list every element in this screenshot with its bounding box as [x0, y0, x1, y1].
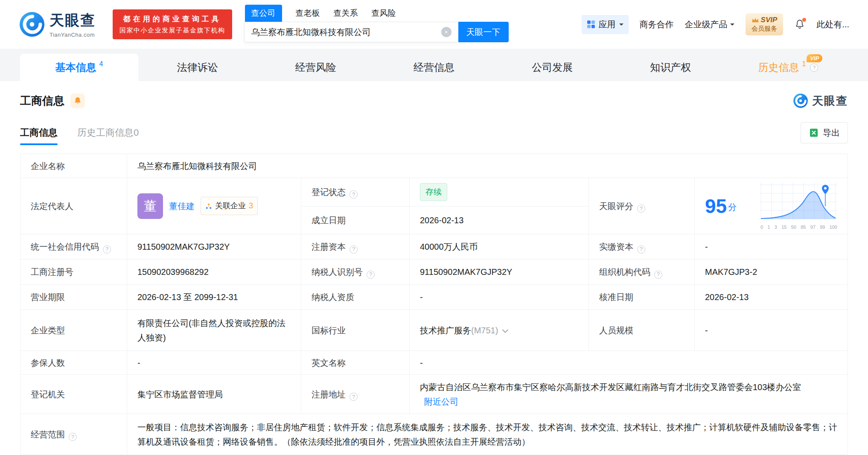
promo-badge: 都在用的商业查询工具 国家中小企业发展子基金旗下机构: [113, 9, 232, 39]
tab-label: 经营风险: [295, 61, 336, 74]
tab-history-extras: VIP ?: [809, 63, 819, 72]
help-icon[interactable]: ?: [350, 245, 358, 254]
export-button[interactable]: 导出: [801, 122, 848, 143]
label-reg-capital: 注册资本?: [301, 234, 410, 260]
page: 天眼查 TianYanCha.com 都在用的商业查询工具 国家中小企业发展子基…: [0, 0, 868, 455]
value-paid-capital: -: [695, 234, 848, 260]
tab-intellectual-property[interactable]: 知识产权: [612, 54, 730, 81]
logo-text: 天眼查 TianYanCha.com: [50, 11, 96, 38]
help-icon[interactable]: ?: [350, 393, 358, 401]
value-business-scope: 一般项目：信息技术咨询服务；非居住房地产租赁；软件开发；信息系统集成服务；技术服…: [127, 414, 848, 455]
subtab-business-registration[interactable]: 工商信息: [20, 126, 58, 145]
score-block[interactable]: 95 分: [705, 182, 837, 230]
value-staff-size: -: [695, 310, 848, 351]
search-tab-boss[interactable]: 查老板: [296, 8, 320, 22]
subscribe-bell-icon[interactable]: [70, 93, 85, 108]
section-title: 工商信息: [20, 93, 64, 108]
industry-code: (M751): [471, 326, 498, 335]
vip-tag: VIP: [807, 54, 822, 62]
chevron-down-icon: [619, 23, 623, 28]
help-icon[interactable]: ?: [654, 271, 662, 279]
search-input[interactable]: [244, 22, 458, 42]
tab-history-info[interactable]: 历史信息 1 VIP ?: [730, 54, 848, 81]
subtab-history-registration[interactable]: 历史工商信息0: [77, 126, 139, 145]
promo-line1: 都在用的商业查询工具: [119, 14, 225, 25]
value-reg-capital: 40000万人民币: [410, 234, 589, 260]
network-icon: [205, 203, 212, 210]
legal-rep-link[interactable]: 董佳建: [169, 199, 195, 213]
tab-label: 知识产权: [650, 61, 691, 74]
tab-legal[interactable]: 法律诉讼: [138, 54, 256, 81]
main-nav: 基本信息 4 法律诉讼 经营风险 经营信息 公司发展 知识产权 历史信息 1: [20, 54, 848, 81]
value-reg-number: 150902039968292: [127, 260, 301, 285]
nav-strip: 基本信息 4 法律诉讼 经营风险 经营信息 公司发展 知识产权 历史信息 1: [0, 49, 868, 81]
search-area: 查公司 查老板 查关系 查风险 × 天眼一下: [244, 6, 509, 42]
search-tab-relation[interactable]: 查关系: [334, 8, 358, 22]
notification-bell-icon[interactable]: [794, 19, 805, 30]
score-axis: 0131550859799100: [760, 225, 837, 230]
label-business-scope: 经营范围?: [20, 414, 127, 455]
help-icon[interactable]: ?: [367, 271, 375, 279]
label-company-name: 企业名称: [20, 154, 127, 178]
value-taxpayer-id: 91150902MAK7GJP32Y: [410, 260, 589, 285]
label-industry: 国标行业: [301, 310, 410, 351]
tab-company-development[interactable]: 公司发展: [493, 54, 612, 81]
nearby-companies-link[interactable]: 附近公司: [424, 397, 458, 406]
label-score: 天眼评分?: [589, 178, 695, 234]
tab-label: 公司发展: [532, 61, 573, 74]
tianyancha-logo[interactable]: 天眼查 TianYanCha.com: [19, 11, 96, 38]
label-est-date: 成立日期: [301, 206, 410, 234]
label-paid-capital: 实缴资本?: [589, 234, 695, 260]
help-icon[interactable]: ?: [69, 433, 77, 441]
menu-enterprise-label: 企业级产品: [685, 19, 728, 30]
watermark-text: 天眼查: [812, 93, 848, 108]
status-badge: 存续: [420, 183, 447, 201]
user-menu[interactable]: 此处有...: [816, 19, 849, 30]
value-address: 内蒙古自治区乌兰察布市集宁区察哈尔高新技术开发区藏红南路与育才北街交叉路管委会1…: [410, 375, 848, 414]
logo-subtitle: TianYanCha.com: [50, 32, 96, 38]
label-insured: 参保人数: [20, 351, 127, 375]
value-approval-date: 2026-02-13: [695, 285, 848, 310]
tab-business-info[interactable]: 经营信息: [375, 54, 493, 81]
search-tab-risk[interactable]: 查风险: [372, 8, 396, 22]
tab-basic-info[interactable]: 基本信息 4: [20, 54, 138, 81]
menu-cooperation[interactable]: 商务合作: [640, 19, 674, 30]
bell-icon: [73, 96, 82, 105]
label-staff-size: 人员规模: [589, 310, 695, 351]
help-icon[interactable]: ?: [350, 190, 358, 198]
help-icon[interactable]: ?: [637, 245, 645, 254]
svip-sublabel: 会员服务: [751, 25, 778, 33]
related-companies-badge[interactable]: 关联企业 3: [201, 197, 258, 215]
value-company-name: 乌兰察布雁北知微科技有限公司: [127, 154, 848, 178]
promo-line2: 国家中小企业发展子基金旗下机构: [119, 25, 225, 35]
top-header: 天眼查 TianYanCha.com 都在用的商业查询工具 国家中小企业发展子基…: [0, 0, 868, 49]
clear-icon[interactable]: ×: [441, 27, 451, 37]
search-tab-company[interactable]: 查公司: [245, 5, 282, 22]
search-tabs: 查公司 查老板 查关系 查风险: [244, 6, 509, 22]
value-credit-code: 91150902MAK7GJP32Y: [127, 234, 301, 260]
legal-rep-avatar[interactable]: 董: [137, 193, 163, 219]
value-industry: 技术推广服务(M751): [410, 310, 589, 351]
value-company-type: 有限责任公司(非自然人投资或控股的法人独资): [127, 310, 301, 351]
notification-dot: [802, 18, 806, 22]
value-est-date: 2026-02-13: [410, 206, 589, 234]
value-org-code: MAK7GJP3-2: [695, 260, 848, 285]
search-button[interactable]: 天眼一下: [458, 22, 509, 42]
help-icon[interactable]: ?: [103, 245, 111, 254]
svip-badge[interactable]: SVIP 会员服务: [746, 13, 784, 35]
label-business-term: 营业期限: [20, 285, 127, 310]
tianyancha-watermark: 天眼查: [793, 93, 848, 108]
tab-label: 法律诉讼: [177, 61, 218, 74]
tab-operational-risk[interactable]: 经营风险: [256, 54, 375, 81]
section-head: 工商信息 天眼查: [20, 93, 848, 108]
apps-menu[interactable]: 应用: [582, 15, 629, 34]
svip-label: SVIP: [761, 16, 778, 24]
help-icon[interactable]: ?: [810, 64, 818, 72]
chevron-down-icon[interactable]: [502, 327, 508, 332]
help-icon[interactable]: ?: [637, 204, 645, 213]
score-unit: 分: [728, 200, 737, 216]
apps-grid-icon: [587, 20, 595, 29]
tab-label: 历史信息: [758, 61, 799, 74]
tianyancha-logo-icon: [793, 93, 808, 108]
menu-enterprise[interactable]: 企业级产品: [685, 19, 734, 30]
